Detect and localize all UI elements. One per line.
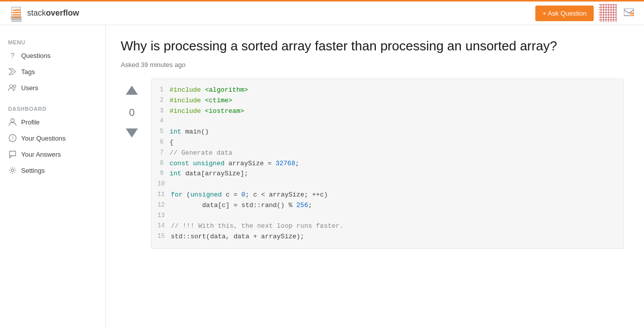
sidebar-item-profile[interactable]: Profile <box>0 114 105 130</box>
sidebar-item-your-questions[interactable]: ? Your Questions <box>0 130 105 146</box>
vote-count: 0 <box>129 107 134 118</box>
code-line-2: 2 #include <ctime> <box>151 96 623 106</box>
svg-point-16 <box>11 119 15 122</box>
sidebar-item-your-answers-label: Your Answers <box>21 151 61 158</box>
profile-icon <box>8 117 17 126</box>
svg-point-15 <box>14 85 16 88</box>
settings-icon <box>8 166 17 175</box>
code-line-12: 12 data[c] = std::rand() % 256; <box>151 201 623 211</box>
code-block: 1 #include <algorithm> 2 #include <ctime… <box>151 79 624 249</box>
svg-rect-6 <box>13 12 21 13</box>
code-line-9: 9 int data[arraySize]; <box>151 169 623 179</box>
code-line-5: 5 int main() <box>151 127 623 138</box>
svg-point-19 <box>12 169 14 172</box>
code-line-6: 6 { <box>151 138 623 148</box>
question-title: Why is processing a sorted array faster … <box>121 37 624 55</box>
topbar: stackoverflow + Ask Question <box>0 0 644 25</box>
your-answers-icon <box>8 150 17 159</box>
sidebar-item-settings-label: Settings <box>21 167 45 174</box>
logo-text: stackoverflow <box>27 9 79 18</box>
avatar[interactable] <box>599 4 617 22</box>
svg-rect-8 <box>13 17 21 18</box>
users-icon <box>8 83 17 92</box>
main-content: Why is processing a sorted array faster … <box>106 25 639 328</box>
upvote-button[interactable] <box>121 81 143 105</box>
topbar-right: + Ask Question <box>535 4 636 22</box>
question-mark-icon: ? <box>8 51 17 60</box>
layout: MENU ? Questions Tags Users DASHBOARD <box>0 25 644 328</box>
svg-point-14 <box>10 85 13 88</box>
sidebar-item-settings[interactable]: Settings <box>0 162 105 178</box>
so-logo-icon <box>8 4 24 22</box>
dashboard-section-label: DASHBOARD <box>0 102 105 114</box>
question-meta: Asked 39 minutes ago <box>121 61 624 69</box>
svg-rect-7 <box>13 14 21 15</box>
sidebar-item-your-answers[interactable]: Your Answers <box>0 146 105 162</box>
sidebar-item-tags-label: Tags <box>21 68 35 76</box>
post-layout: 0 1 #include <algorithm> 2 #include <cti <box>121 79 624 249</box>
inbox-icon[interactable] <box>622 6 636 20</box>
sidebar-item-users-label: Users <box>21 84 38 92</box>
svg-text:?: ? <box>12 136 14 141</box>
code-line-14: 14 // !!! With this, the next loop runs … <box>151 221 623 232</box>
sidebar-item-profile-label: Profile <box>21 118 40 126</box>
code-line-4: 4 <box>151 116 623 127</box>
logo[interactable]: stackoverflow <box>8 4 79 22</box>
vote-cell: 0 <box>121 79 143 145</box>
tag-icon <box>8 67 17 76</box>
code-line-15: 15 std::sort(data, data + arraySize); <box>151 232 623 242</box>
code-line-7: 7 // Generate data <box>151 148 623 159</box>
downvote-button[interactable] <box>121 120 143 145</box>
svg-rect-4 <box>12 21 22 22</box>
menu-section-label: MENU <box>0 35 105 47</box>
sidebar-item-users[interactable]: Users <box>0 80 105 96</box>
sidebar-item-questions[interactable]: ? Questions <box>0 47 105 63</box>
ask-question-button[interactable]: + Ask Question <box>535 6 594 21</box>
sidebar-item-tags[interactable]: Tags <box>0 63 105 80</box>
code-line-11: 11 for (unsigned c = 0; c < arraySize; +… <box>151 190 623 201</box>
your-questions-icon: ? <box>8 134 17 143</box>
sidebar: MENU ? Questions Tags Users DASHBOARD <box>0 25 106 328</box>
code-line-1: 1 #include <algorithm> <box>151 85 623 96</box>
code-line-10: 10 <box>151 179 623 190</box>
sidebar-item-your-questions-label: Your Questions <box>21 135 65 142</box>
code-line-8: 8 const unsigned arraySize = 32768; <box>151 159 623 169</box>
svg-rect-3 <box>12 18 22 20</box>
sidebar-item-questions-label: Questions <box>21 52 51 59</box>
svg-rect-5 <box>13 10 20 11</box>
avatar-pattern <box>599 4 617 22</box>
code-line-3: 3 #include <iostream> <box>151 106 623 117</box>
code-line-13: 13 <box>151 211 623 222</box>
